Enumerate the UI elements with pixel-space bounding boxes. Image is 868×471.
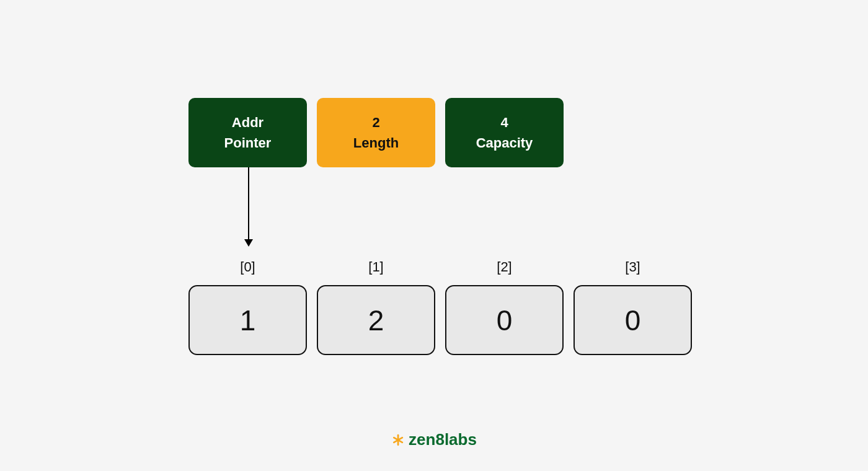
capacity-card: 4 Capacity bbox=[445, 98, 564, 167]
array-cell-2: 0 bbox=[445, 285, 564, 355]
brand-logo: zen8labs bbox=[391, 430, 477, 449]
length-label: Length bbox=[353, 133, 399, 153]
capacity-label: Capacity bbox=[476, 133, 533, 153]
brand-name: zen8labs bbox=[409, 430, 477, 449]
pointer-arrow bbox=[248, 167, 249, 245]
index-3: [3] bbox=[574, 259, 692, 275]
addr-pointer-card: Addr Pointer bbox=[188, 98, 307, 167]
slice-header-row: Addr Pointer 2 Length 4 Capacity bbox=[188, 98, 564, 167]
array-row: 1 2 0 0 bbox=[188, 285, 692, 355]
asterisk-icon bbox=[391, 433, 405, 447]
length-card: 2 Length bbox=[317, 98, 435, 167]
array-cell-1: 2 bbox=[317, 285, 435, 355]
capacity-value: 4 bbox=[500, 112, 508, 133]
array-cell-3: 0 bbox=[574, 285, 692, 355]
addr-value: Addr bbox=[232, 112, 264, 133]
index-1: [1] bbox=[317, 259, 435, 275]
array-cell-0: 1 bbox=[188, 285, 307, 355]
length-value: 2 bbox=[372, 112, 379, 133]
index-2: [2] bbox=[445, 259, 564, 275]
index-0: [0] bbox=[188, 259, 307, 275]
index-row: [0] [1] [2] [3] bbox=[188, 259, 692, 275]
addr-label: Pointer bbox=[224, 133, 272, 153]
